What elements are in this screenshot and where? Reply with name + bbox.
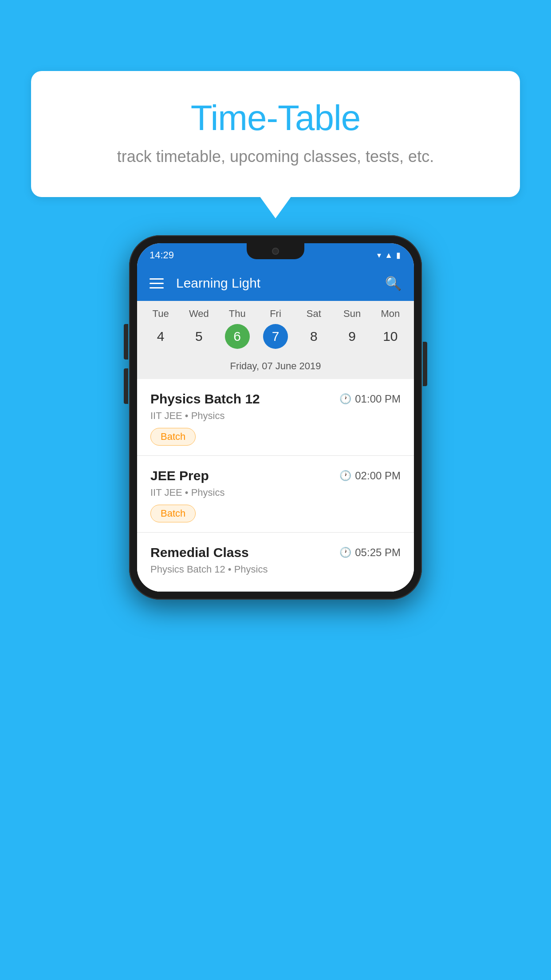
battery-icon: ▮: [396, 250, 401, 260]
schedule-meta-2: IIT JEE • Physics: [150, 487, 401, 498]
schedule-title-1: Physics Batch 12: [150, 391, 260, 407]
weekday-thu: Thu: [218, 308, 256, 320]
time-value-1: 01:00 PM: [355, 393, 401, 405]
schedule-item-physics-batch[interactable]: Physics Batch 12 🕐 01:00 PM IIT JEE • Ph…: [137, 379, 414, 456]
schedule-meta-3: Physics Batch 12 • Physics: [150, 564, 401, 575]
phone-notch: [247, 243, 304, 259]
date-10[interactable]: 10: [371, 323, 409, 350]
schedule-item-jee-prep[interactable]: JEE Prep 🕐 02:00 PM IIT JEE • Physics Ba…: [137, 456, 414, 533]
schedule-title-3: Remedial Class: [150, 545, 249, 560]
dates-row: 4 5 6 7 8 9: [137, 321, 414, 357]
schedule-list: Physics Batch 12 🕐 01:00 PM IIT JEE • Ph…: [137, 379, 414, 592]
search-icon[interactable]: 🔍: [385, 276, 401, 291]
schedule-time-2: 🕐 02:00 PM: [339, 470, 401, 482]
selected-date-label: Friday, 07 June 2019: [137, 357, 414, 379]
schedule-title-2: JEE Prep: [150, 468, 209, 483]
status-icons: ▾ ▲ ▮: [377, 250, 401, 260]
speech-bubble-section: Time-Table track timetable, upcoming cla…: [31, 71, 520, 197]
phone-outer: 14:29 ▾ ▲ ▮ Learning Light 🔍: [129, 235, 422, 600]
weekday-sat: Sat: [295, 308, 333, 320]
status-time: 14:29: [150, 249, 174, 261]
date-5[interactable]: 5: [180, 323, 218, 350]
calendar-section: Tue Wed Thu Fri Sat Sun Mon 4 5: [137, 301, 414, 379]
clock-icon-2: 🕐: [339, 470, 351, 482]
date-8[interactable]: 8: [295, 323, 333, 350]
schedule-item-header-1: Physics Batch 12 🕐 01:00 PM: [150, 391, 401, 407]
hamburger-menu-icon[interactable]: [150, 278, 164, 288]
batch-badge-1: Batch: [150, 428, 196, 446]
schedule-time-3: 🕐 05:25 PM: [339, 546, 401, 559]
wifi-icon: ▾: [377, 250, 381, 260]
app-title: Learning Light: [176, 276, 373, 291]
weekday-fri: Fri: [256, 308, 295, 320]
weekday-wed: Wed: [180, 308, 218, 320]
schedule-time-1: 🕐 01:00 PM: [339, 393, 401, 405]
clock-icon-3: 🕐: [339, 547, 351, 558]
clock-icon-1: 🕐: [339, 393, 351, 405]
phone-screen: 14:29 ▾ ▲ ▮ Learning Light 🔍: [137, 243, 414, 592]
notch-camera: [272, 248, 279, 255]
app-bar: Learning Light 🔍: [137, 265, 414, 301]
phone-mockup: 14:29 ▾ ▲ ▮ Learning Light 🔍: [129, 235, 422, 600]
schedule-item-remedial[interactable]: Remedial Class 🕐 05:25 PM Physics Batch …: [137, 533, 414, 592]
date-4[interactable]: 4: [142, 323, 180, 350]
date-6-today[interactable]: 6: [218, 323, 256, 350]
date-9[interactable]: 9: [333, 323, 371, 350]
schedule-item-header-2: JEE Prep 🕐 02:00 PM: [150, 468, 401, 483]
date-7-selected[interactable]: 7: [256, 323, 295, 350]
schedule-meta-1: IIT JEE • Physics: [150, 410, 401, 422]
time-value-3: 05:25 PM: [355, 546, 401, 559]
batch-badge-2: Batch: [150, 505, 196, 522]
weekday-sun: Sun: [333, 308, 371, 320]
weekday-mon: Mon: [371, 308, 409, 320]
bubble-subtitle: track timetable, upcoming classes, tests…: [67, 147, 484, 166]
weekday-tue: Tue: [142, 308, 180, 320]
speech-bubble: Time-Table track timetable, upcoming cla…: [31, 71, 520, 197]
weekdays-row: Tue Wed Thu Fri Sat Sun Mon: [137, 301, 414, 321]
signal-icon: ▲: [385, 251, 393, 260]
schedule-item-header-3: Remedial Class 🕐 05:25 PM: [150, 545, 401, 560]
bubble-title: Time-Table: [67, 98, 484, 138]
time-value-2: 02:00 PM: [355, 470, 401, 482]
